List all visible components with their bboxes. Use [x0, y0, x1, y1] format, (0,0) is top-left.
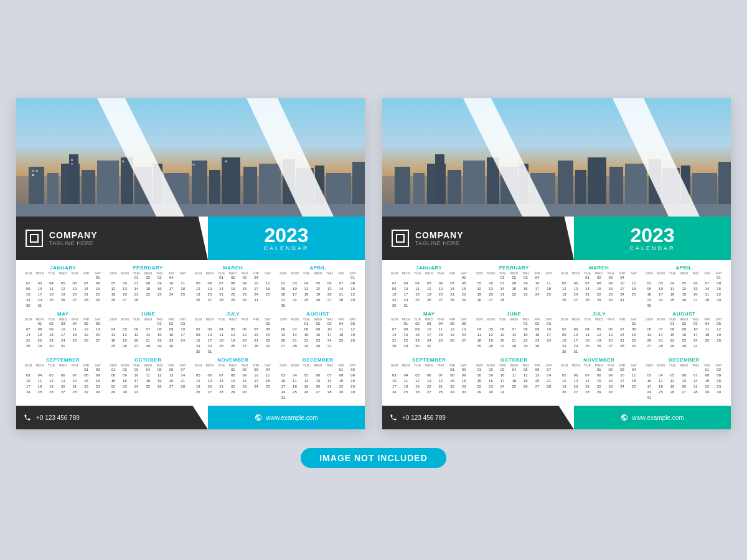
day-cell: 28: [215, 297, 227, 303]
day-cell: 06: [119, 281, 131, 286]
month-block: APRILSUNMONTUEWEDTHUFRISAT00000000000001…: [278, 265, 359, 309]
day-cell: 01: [581, 275, 593, 281]
day-cell: 14: [616, 332, 628, 338]
day-cell: 16: [520, 286, 532, 292]
day-cell: 12: [593, 332, 605, 338]
day-cell: 25: [262, 292, 274, 297]
day-cell: 00: [446, 303, 458, 309]
day-cell: 02: [593, 275, 605, 281]
day-cell: 19: [57, 292, 69, 297]
day-cell: 12: [678, 286, 690, 292]
day-cell: 00: [57, 349, 69, 355]
day-cell: 23: [605, 292, 617, 297]
day-cell: 04: [336, 321, 347, 327]
day-cell: 00: [690, 395, 702, 401]
day-cell: 00: [508, 321, 520, 327]
day-cell: 20: [204, 384, 216, 390]
day-cell: 11: [411, 286, 423, 292]
day-cell: 08: [301, 327, 312, 332]
day-cell: 01: [227, 367, 239, 373]
day-cell: 21: [497, 292, 509, 297]
day-cell: 22: [142, 292, 154, 297]
day-cell: 23: [605, 384, 617, 390]
day-cell: 04: [142, 367, 154, 373]
day-cell: 00: [713, 343, 725, 349]
day-cell: 18: [262, 378, 274, 384]
day-cell: 30: [485, 390, 497, 395]
day-cell: 00: [34, 367, 46, 373]
day-cell: 00: [423, 275, 435, 281]
day-cell: 23: [166, 338, 177, 343]
day-cell: 00: [215, 395, 227, 401]
day-cell: 10: [497, 373, 509, 378]
day-cell: 11: [655, 378, 667, 384]
tagline-2: TAGLINE HERE: [415, 240, 464, 246]
day-grid: 0000000000000102030405060708091011121314…: [192, 321, 274, 355]
globe-icon-2: [621, 414, 628, 421]
day-cell: 27: [312, 390, 324, 395]
day-cell: 00: [215, 367, 227, 373]
day-cell: 04: [289, 373, 301, 378]
day-cell: 14: [581, 378, 593, 384]
day-cell: 19: [192, 292, 204, 297]
day-cell: 00: [324, 367, 336, 373]
day-cell: 20: [312, 384, 324, 390]
day-cell: 00: [388, 275, 400, 281]
day-cell: 13: [92, 327, 104, 332]
footer-website-1: www.example.com: [208, 406, 365, 429]
day-cell: 00: [131, 321, 143, 327]
day-cell: 00: [690, 275, 702, 281]
day-cell: 17: [177, 332, 189, 338]
day-cell: 19: [678, 292, 690, 297]
day-cell: 10: [278, 378, 289, 384]
day-cell: 00: [262, 349, 274, 355]
day-cell: 22: [108, 384, 120, 390]
day-cell: 26: [301, 390, 312, 395]
day-cell: 08: [593, 281, 605, 286]
day-cell: 13: [324, 286, 336, 292]
day-cell: 21: [543, 378, 555, 384]
day-cell: 02: [239, 367, 251, 373]
day-cell: 06: [92, 321, 104, 327]
day-cell: 00: [177, 343, 189, 349]
day-cell: 09: [558, 332, 570, 338]
day-cell: 20: [324, 292, 336, 297]
day-cell: 15: [713, 286, 725, 292]
day-cell: 00: [301, 303, 312, 309]
day-cell: 10: [543, 327, 555, 332]
year-subtitle-1: CALENDAR: [263, 245, 309, 251]
day-cell: 18: [667, 292, 679, 297]
day-cell: 13: [485, 286, 497, 292]
day-cell: 29: [702, 390, 713, 395]
day-cell: 28: [336, 297, 347, 303]
day-cell: 00: [581, 349, 593, 355]
day-cell: 00: [628, 275, 640, 281]
day-cell: 03: [177, 321, 189, 327]
day-cell: 21: [80, 292, 92, 297]
day-cell: 07: [215, 281, 227, 286]
day-cell: 03: [570, 327, 582, 332]
day-cell: 03: [605, 275, 617, 281]
day-cell: 12: [474, 286, 486, 292]
day-cell: 25: [655, 390, 667, 395]
day-cell: 00: [347, 343, 359, 349]
day-cell: 16: [605, 286, 617, 292]
day-cell: 17: [131, 378, 143, 384]
day-cell: 01: [458, 275, 470, 281]
day-cell: 07: [289, 327, 301, 332]
day-cell: 28: [80, 297, 92, 303]
day-cell: 16: [119, 378, 131, 384]
day-grid: 0000010203040506070809101112131415161718…: [644, 321, 725, 355]
day-cell: 00: [520, 395, 532, 401]
day-cell: 11: [628, 281, 640, 286]
day-cell: 09: [119, 373, 131, 378]
day-cell: 03: [278, 373, 289, 378]
day-cell: 06: [278, 327, 289, 332]
day-cell: 00: [177, 297, 189, 303]
day-cell: 26: [57, 297, 69, 303]
day-cell: 00: [278, 367, 289, 373]
day-cell: 09: [278, 286, 289, 292]
day-cell: 30: [92, 390, 104, 395]
month-block: MARCHSUNMONTUEWEDTHUFRISAT00000102030400…: [192, 265, 274, 309]
day-cell: 05: [301, 373, 312, 378]
